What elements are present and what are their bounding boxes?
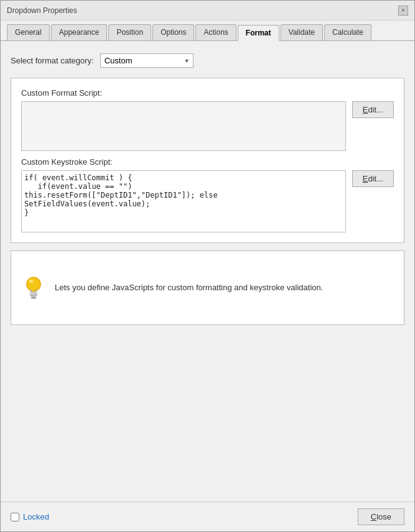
keystroke-script-row: Edit... — [21, 170, 394, 232]
tab-appearance[interactable]: Appearance — [51, 24, 108, 40]
info-panel: Lets you define JavaScripts for custom f… — [11, 250, 404, 325]
svg-point-0 — [27, 277, 40, 291]
tab-validate[interactable]: Validate — [281, 24, 323, 40]
format-category-row: Select format category: NoneNumberPercen… — [11, 51, 404, 70]
locked-checkbox[interactable] — [11, 513, 19, 521]
tab-bar: GeneralAppearancePositionOptionsActionsF… — [1, 21, 414, 41]
format-script-row: Edit... — [21, 101, 394, 151]
tab-format[interactable]: Format — [238, 25, 279, 41]
svg-rect-5 — [30, 294, 37, 296]
tab-calculate[interactable]: Calculate — [324, 24, 371, 40]
format-script-label: Custom Format Script: — [21, 88, 394, 98]
svg-point-1 — [29, 280, 33, 283]
format-script-section: Custom Format Script: Edit... — [21, 88, 394, 151]
keystroke-script-textarea[interactable] — [21, 170, 346, 232]
keystroke-script-label: Custom Keystroke Script: — [21, 157, 394, 167]
locked-row: Locked — [11, 512, 49, 521]
keystroke-script-section: Custom Keystroke Script: Edit... — [21, 157, 394, 232]
format-edit-button[interactable]: Edit... — [352, 101, 394, 118]
bulb-icon — [21, 275, 46, 300]
svg-rect-4 — [30, 291, 37, 293]
title-bar: Dropdown Properties × — [1, 1, 414, 21]
tab-general[interactable]: General — [7, 24, 50, 40]
format-category-label: Select format category: — [11, 56, 94, 65]
tab-position[interactable]: Position — [108, 24, 151, 40]
locked-label: Locked — [23, 512, 49, 521]
keystroke-edit-button[interactable]: Edit... — [352, 170, 394, 187]
dialog: Dropdown Properties × GeneralAppearanceP… — [0, 0, 415, 532]
format-script-textarea[interactable] — [21, 101, 346, 151]
info-text: Lets you define JavaScripts for custom f… — [55, 282, 323, 294]
main-panel: Custom Format Script: Edit... Custom Key… — [11, 78, 404, 243]
footer: Locked Close — [1, 502, 414, 531]
format-category-select[interactable]: NoneNumberPercentageDateTimeSpecialCusto… — [100, 53, 194, 68]
svg-rect-6 — [31, 296, 36, 298]
close-title-button[interactable]: × — [398, 6, 408, 16]
dialog-title: Dropdown Properties — [7, 6, 77, 15]
main-content: Select format category: NoneNumberPercen… — [1, 41, 414, 502]
tab-options[interactable]: Options — [152, 24, 194, 40]
tab-actions[interactable]: Actions — [195, 24, 236, 40]
close-button[interactable]: Close — [358, 508, 404, 525]
format-category-select-wrapper: NoneNumberPercentageDateTimeSpecialCusto… — [100, 53, 194, 68]
